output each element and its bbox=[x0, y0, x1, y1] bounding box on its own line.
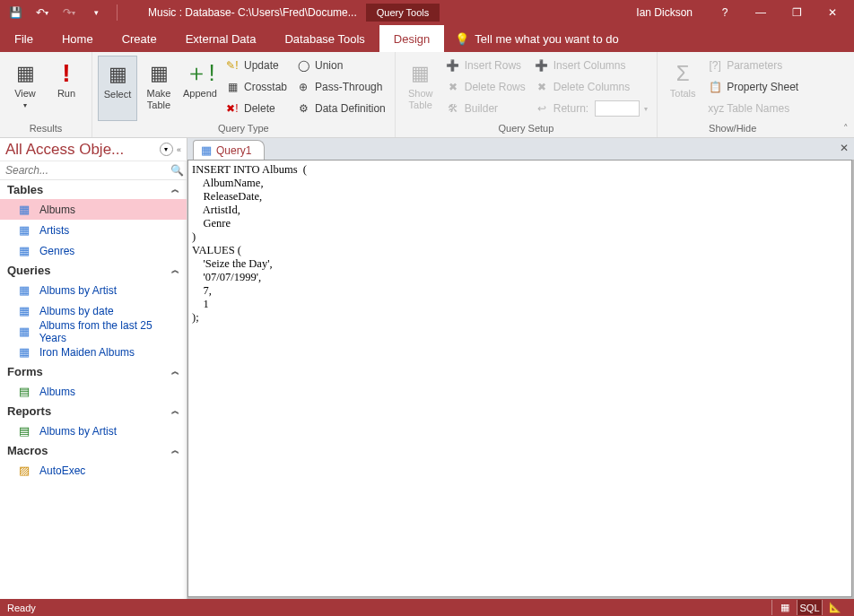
status-bar: Ready ▦ SQL 📐 bbox=[0, 599, 854, 616]
property-sheet-button[interactable]: 📋Property Sheet bbox=[704, 77, 802, 97]
tab-database-tools[interactable]: Database Tools bbox=[270, 25, 379, 52]
quick-access-toolbar: 💾 ↶▾ ↷▾ ▾ bbox=[5, 3, 121, 22]
ribbon-tabs: File Home Create External Data Database … bbox=[0, 25, 854, 52]
make-table-button[interactable]: ▦Make Table bbox=[139, 56, 179, 121]
deleterows-icon: ✖ bbox=[446, 81, 460, 93]
tablenames-icon: xyz bbox=[708, 102, 722, 115]
chevron-up-icon[interactable]: ︽ bbox=[171, 265, 179, 276]
customize-qat-icon[interactable]: ▾ bbox=[86, 3, 106, 22]
query-icon: ▦ bbox=[16, 304, 32, 318]
close-document-icon[interactable]: ✕ bbox=[840, 142, 849, 154]
insert-columns-button: ➕Insert Columns bbox=[531, 56, 651, 75]
document-tab-query1[interactable]: ▦ Query1 bbox=[193, 140, 265, 160]
select-icon: ▦ bbox=[109, 58, 127, 89]
nav-search: 🔍 bbox=[0, 161, 187, 180]
nav-macro-autoexec[interactable]: ▨AutoExec bbox=[0, 460, 187, 481]
passthrough-icon: ⊕ bbox=[296, 81, 310, 93]
close-icon[interactable]: ✕ bbox=[816, 2, 849, 23]
table-icon: ▦ bbox=[16, 223, 32, 238]
collapse-ribbon-icon[interactable]: ˄ bbox=[843, 123, 849, 134]
crosstab-icon: ▦ bbox=[225, 81, 240, 93]
nav-group-tables[interactable]: Tables︽ bbox=[0, 180, 187, 199]
view-button[interactable]: ▦View▾ bbox=[5, 56, 45, 121]
delete-button[interactable]: ✖!Delete bbox=[222, 99, 291, 118]
update-icon: ✎! bbox=[225, 59, 240, 72]
context-tab-label: Query Tools bbox=[366, 4, 440, 22]
nav-group-reports[interactable]: Reports︽ bbox=[0, 402, 187, 421]
totals-button[interactable]: ΣTotals bbox=[663, 56, 702, 121]
params-icon: [?] bbox=[708, 59, 722, 72]
chevron-up-icon[interactable]: ︽ bbox=[171, 445, 179, 456]
search-icon[interactable]: 🔍 bbox=[167, 161, 187, 179]
nav-form-albums[interactable]: ▤Albums bbox=[0, 381, 187, 402]
tell-me-search[interactable]: 💡 Tell me what you want to do bbox=[444, 26, 629, 52]
save-icon[interactable]: 💾 bbox=[5, 3, 25, 22]
minimize-icon[interactable]: — bbox=[745, 2, 777, 23]
parameters-button: [?]Parameters bbox=[704, 56, 802, 75]
union-icon: ◯ bbox=[296, 59, 310, 72]
work-area: All Access Obje... ▾ « 🔍 Tables︽ ▦Albums… bbox=[0, 138, 854, 599]
passthrough-button[interactable]: ⊕Pass-Through bbox=[292, 77, 389, 97]
nav-pane-title[interactable]: All Access Obje... bbox=[5, 141, 156, 159]
nav-search-input[interactable] bbox=[0, 161, 167, 179]
builder-icon: 🛠 bbox=[446, 102, 460, 115]
append-button[interactable]: ＋!Append bbox=[180, 56, 220, 121]
select-query-button[interactable]: ▦Select bbox=[98, 56, 137, 121]
sql-editor[interactable]: INSERT INTO Albums ( AlbumName, ReleaseD… bbox=[187, 160, 852, 597]
group-show-hide: ΣTotals [?]Parameters 📋Property Sheet xy… bbox=[658, 52, 807, 137]
group-query-setup: ▦Show Table ➕Insert Rows ✖Delete Rows 🛠B… bbox=[396, 52, 658, 137]
query-icon: ▦ bbox=[16, 325, 32, 339]
run-button[interactable]: !Run bbox=[47, 56, 86, 121]
chevron-up-icon[interactable]: ︽ bbox=[171, 405, 179, 417]
nav-group-queries[interactable]: Queries︽ bbox=[0, 261, 187, 280]
nav-table-albums[interactable]: ▦Albums bbox=[0, 199, 187, 220]
table-icon: ▦ bbox=[16, 244, 32, 258]
signed-in-user[interactable]: Ian Dickson bbox=[636, 6, 693, 19]
nav-query-iron-maiden[interactable]: ▦Iron Maiden Albums bbox=[0, 342, 187, 362]
table-names-button: xyzTable Names bbox=[704, 99, 802, 118]
nav-group-macros[interactable]: Macros︽ bbox=[0, 441, 187, 460]
tab-file[interactable]: File bbox=[0, 25, 48, 52]
status-text: Ready bbox=[7, 603, 36, 613]
lightbulb-icon: 💡 bbox=[455, 32, 469, 46]
undo-icon[interactable]: ↶▾ bbox=[32, 3, 52, 22]
help-icon[interactable]: ? bbox=[709, 2, 741, 23]
nav-query-albums-25-years[interactable]: ▦Albums from the last 25 Years bbox=[0, 321, 187, 342]
show-table-button[interactable]: ▦Show Table bbox=[401, 56, 440, 121]
union-button[interactable]: ◯Union bbox=[292, 56, 389, 75]
report-icon: ▤ bbox=[16, 424, 32, 438]
append-icon: ＋! bbox=[185, 57, 214, 88]
tab-home[interactable]: Home bbox=[48, 25, 108, 52]
nav-report-albums-by-artist[interactable]: ▤Albums by Artist bbox=[0, 421, 187, 441]
crosstab-button[interactable]: ▦Crosstab bbox=[222, 77, 291, 97]
insertrows-icon: ➕ bbox=[446, 59, 460, 72]
sql-view-button[interactable]: SQL bbox=[797, 600, 822, 615]
update-button[interactable]: ✎!Update bbox=[222, 56, 291, 75]
nav-table-artists[interactable]: ▦Artists bbox=[0, 220, 187, 240]
nav-table-genres[interactable]: ▦Genres bbox=[0, 240, 187, 261]
data-definition-button[interactable]: ⚙Data Definition bbox=[292, 99, 389, 118]
design-view-icon[interactable]: 📐 bbox=[822, 600, 847, 615]
chevron-up-icon[interactable]: ︽ bbox=[171, 184, 179, 195]
nav-filter-dropdown-icon[interactable]: ▾ bbox=[160, 143, 173, 156]
window-title: Music : Database- C:\Users\Fred\Docume..… bbox=[148, 6, 357, 19]
group-query-type: ▦Select ▦Make Table ＋!Append ✎!Update ▦C… bbox=[92, 52, 396, 137]
datasheet-view-icon[interactable]: ▦ bbox=[771, 600, 797, 615]
nav-query-albums-by-artist[interactable]: ▦Albums by Artist bbox=[0, 280, 187, 300]
table-icon: ▦ bbox=[16, 203, 32, 217]
nav-group-forms[interactable]: Forms︽ bbox=[0, 362, 187, 381]
tab-external-data[interactable]: External Data bbox=[171, 25, 271, 52]
restore-icon[interactable]: ❐ bbox=[780, 2, 813, 23]
datadef-icon: ⚙ bbox=[296, 102, 310, 115]
chevron-up-icon[interactable]: ︽ bbox=[171, 366, 179, 377]
deletecols-icon: ✖ bbox=[535, 81, 549, 93]
document-area: ▦ Query1 ✕ INSERT INTO Albums ( AlbumNam… bbox=[187, 138, 854, 599]
propsheet-icon: 📋 bbox=[708, 81, 722, 93]
title-bar: 💾 ↶▾ ↷▾ ▾ Music : Database- C:\Users\Fre… bbox=[0, 0, 854, 25]
tab-design[interactable]: Design bbox=[379, 25, 444, 52]
return-icon: ↩ bbox=[535, 102, 549, 115]
nav-collapse-icon[interactable]: « bbox=[177, 145, 181, 154]
redo-icon: ↷▾ bbox=[59, 3, 79, 22]
tab-create[interactable]: Create bbox=[108, 25, 171, 52]
group-results: ▦View▾ !Run Results bbox=[0, 52, 92, 137]
